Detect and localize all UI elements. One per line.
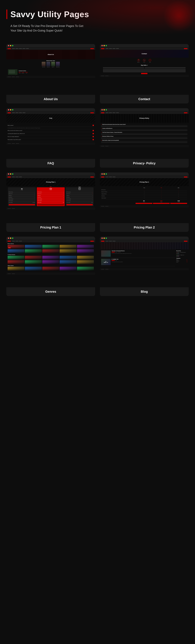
movie-genres-title: Movie Genres: [8, 243, 94, 244]
blog-layout: The Most Anticipated Movies Admin Feb 20…: [101, 250, 188, 267]
pricing-pro-btn[interactable]: [38, 204, 64, 205]
genres-preview-content: Movie Genres Action: [6, 240, 95, 287]
genre-thumb-6: [8, 249, 24, 253]
faq-expand-icon-1: ×: [92, 125, 94, 126]
title-bar: Savvy Utility Pages: [6, 10, 189, 19]
tv-genre-thumb-6: [8, 260, 24, 264]
location-icon: 📍: [137, 59, 140, 62]
about-team-title: Masterminds Team: [8, 60, 94, 61]
about-stats: 500+ Brand 1,250+ Employee 1,200+ Diam: [19, 72, 94, 74]
pricing-2-elite-btn[interactable]: [170, 203, 187, 204]
contact-form: [100, 66, 189, 75]
genres-preview: Movie Genres Action: [6, 236, 95, 287]
browser-chrome-pricing-1: [6, 172, 95, 176]
blog-article-2: IF IWERE YOU IF I WERE YOU Admin: [101, 259, 175, 266]
pricing-1-card[interactable]: Pricing Plan 1 $0 /month All Time Entert…: [6, 172, 95, 232]
blog-preview-content: The Most Anticipated Movies Admin Feb 20…: [100, 240, 189, 287]
faq-expand-icon-5: +: [92, 139, 94, 140]
avatar-4: Monty Rock: [56, 62, 60, 67]
blog-categories-title: Categories: [176, 258, 188, 259]
tv-genres-title: TV Show Genres: [8, 254, 94, 255]
blog-label: Blog: [100, 287, 189, 296]
browser-chrome-pricing-2: [100, 172, 189, 176]
pricing-2-prices: $0 /month $39 /month $19 /: [102, 200, 187, 204]
genre-thumb-3: [42, 245, 59, 249]
tv-genre-thumb-2: [25, 256, 42, 260]
tv-genre-thumb-9: [60, 260, 76, 264]
browser-chrome-blog: [100, 236, 189, 240]
faq-hero: FAQ: [6, 114, 95, 123]
blog-article-1-img: [101, 250, 111, 257]
genre-thumb-1: Action: [8, 245, 24, 249]
avatar-2: Barry Tom: [46, 62, 50, 67]
hero-subtitle: A Set Of Ready To Use Pre-Designed Inner…: [6, 24, 86, 33]
faq-preview: FAQ What is streami? × If a long-establi…: [6, 108, 95, 159]
game-genre-thumb-5: [77, 267, 94, 271]
pricing-2-free-btn[interactable]: [136, 203, 152, 204]
contact-card[interactable]: Contact 📍 Address 📞 Phone ✉: [100, 44, 189, 104]
pricing-elite-btn[interactable]: [66, 204, 93, 205]
title-accent: [6, 10, 7, 19]
pricing-free-btn[interactable]: [9, 204, 35, 205]
genre-thumb-7: [25, 249, 42, 253]
pricing-2-content: Pricing Plan 2 Free Pro Elite All Time E…: [100, 176, 189, 223]
contact-email-input: [144, 67, 186, 68]
genre-thumb-9: [60, 249, 76, 253]
tv-genre-thumb-8: [42, 260, 59, 264]
pricing-pro-card: Pro $39 /month All Time Entert... ✓ Amer…: [37, 187, 65, 206]
pricing-2-card[interactable]: Pricing Plan 2 Free Pro Elite All Time E…: [100, 172, 189, 232]
about-us-card[interactable]: About Us Masterminds Team Tony Smith Bar…: [6, 44, 95, 104]
contact-preview: Contact 📍 Address 📞 Phone ✉: [100, 44, 189, 95]
genres-card[interactable]: Movie Genres Action: [6, 236, 95, 296]
pricing-free-card: $0 /month All Time Entert... ✓ American …: [8, 187, 36, 206]
about-us-preview: About Us Masterminds Team Tony Smith Bar…: [6, 44, 95, 95]
pricing-pro-badge: Pro: [50, 187, 52, 188]
pricing-2-table: Free Pro Elite All Time Entert... ✓ ✓ ✓ …: [100, 186, 189, 205]
games-genres-title: Video Games: [8, 265, 94, 266]
blog-article-1: The Most Anticipated Movies Admin Feb 20…: [101, 250, 175, 258]
contact-name-input: [103, 67, 144, 68]
blog-preview: The Most Anticipated Movies Admin Feb 20…: [100, 236, 189, 287]
about-hero-title: About Us: [48, 54, 54, 55]
email-icon: ✉: [149, 59, 151, 62]
privacy-content: 1.What Personal Information About Users …: [100, 123, 189, 145]
about-hero: About Us: [6, 50, 95, 59]
about-map: [8, 69, 18, 75]
about-preview-content: About Us Masterminds Team Tony Smith Bar…: [6, 48, 95, 95]
tv-genre-thumb-1: [8, 256, 24, 260]
contact-label: Contact: [100, 95, 189, 104]
faq-card[interactable]: FAQ What is streami? × If a long-establi…: [6, 108, 95, 168]
page-title: Savvy Utility Pages: [10, 10, 89, 19]
privacy-card[interactable]: Privacy-Policy 1.What Personal Informati…: [100, 108, 189, 168]
blog-content: The Most Anticipated Movies Admin Feb 20…: [100, 250, 189, 268]
browser-chrome-privacy: [100, 108, 189, 112]
faq-content: What is streami? × If a long-established…: [6, 123, 95, 142]
pricing-elite-card: Elite $19 /month All Time Entert... ✓ Am…: [66, 187, 94, 206]
genre-thumb-8: [42, 249, 59, 253]
game-genre-thumb-2: [25, 267, 42, 271]
pricing-1-preview: Pricing Plan 1 $0 /month All Time Entert…: [6, 172, 95, 223]
faq-expand-icon-4: +: [92, 136, 94, 137]
dot-green: [12, 45, 13, 46]
about-team-section: Masterminds Team Tony Smith Barry Tom: [6, 59, 95, 68]
pricing-1-content: Pricing Plan 1 $0 /month All Time Entert…: [6, 176, 95, 223]
blog-card[interactable]: The Most Anticipated Movies Admin Feb 20…: [100, 236, 189, 296]
about-contact-text: Contact Us Here 500+ Brand 1,250+ Employ…: [19, 70, 94, 74]
genre-thumb-5: [77, 245, 94, 249]
genre-thumb-2: [25, 245, 42, 249]
preview-footer: [6, 76, 95, 78]
faq-expand-icon-3: +: [92, 133, 94, 134]
about-contact-section: Contact Us Here 500+ Brand 1,250+ Employ…: [6, 68, 95, 76]
contact-hello: Say Hello..!: [100, 64, 189, 66]
pricing-2-hero: Pricing Plan 2: [100, 178, 189, 186]
about-team-row: Tony Smith Barry Tom key John: [8, 62, 94, 67]
blog-hero: [100, 242, 189, 250]
preview-nav-items: [12, 48, 29, 49]
pricing-2-label: Pricing Plan 2: [100, 223, 189, 232]
blog-sidebar-title: Recent Post: [176, 250, 188, 251]
tv-genre-thumb-10: [77, 260, 94, 264]
pricing-2-pro-btn[interactable]: [153, 203, 170, 204]
game-genre-thumb-3: [42, 267, 59, 271]
preview-nav: [6, 48, 95, 50]
phone-icon: 📞: [143, 59, 146, 62]
